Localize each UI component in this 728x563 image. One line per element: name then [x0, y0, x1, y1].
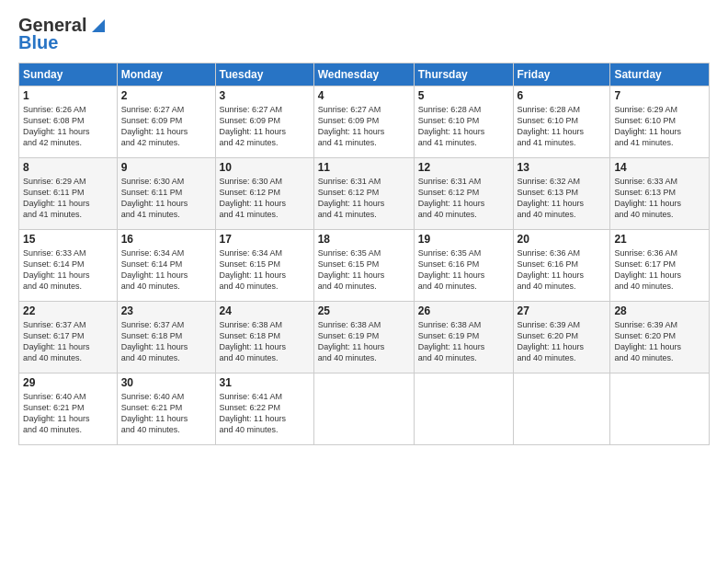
day-number: 13 — [518, 161, 607, 174]
day-info: Sunrise: 6:28 AMSunset: 6:10 PMDaylight:… — [418, 104, 509, 149]
calendar-cell: 24 Sunrise: 6:38 AMSunset: 6:18 PMDaylig… — [215, 302, 313, 373]
calendar-cell: 10 Sunrise: 6:30 AMSunset: 6:12 PMDaylig… — [215, 158, 313, 230]
day-number: 2 — [121, 89, 211, 102]
day-info: Sunrise: 6:32 AMSunset: 6:13 PMDaylight:… — [518, 176, 607, 221]
calendar-cell — [414, 373, 513, 445]
calendar-header-monday: Monday — [117, 63, 215, 86]
calendar-cell: 28 Sunrise: 6:39 AMSunset: 6:20 PMDaylig… — [610, 302, 710, 373]
day-number: 25 — [318, 304, 410, 317]
calendar-cell: 1 Sunrise: 6:26 AMSunset: 6:08 PMDayligh… — [19, 86, 118, 158]
day-number: 9 — [121, 161, 211, 174]
calendar-header-row: SundayMondayTuesdayWednesdayThursdayFrid… — [19, 63, 710, 86]
day-number: 30 — [121, 376, 211, 389]
calendar-cell: 8 Sunrise: 6:29 AMSunset: 6:11 PMDayligh… — [19, 158, 118, 230]
day-number: 12 — [418, 161, 509, 174]
calendar-cell — [313, 373, 414, 445]
calendar-cell: 20 Sunrise: 6:36 AMSunset: 6:16 PMDaylig… — [513, 230, 610, 302]
day-info: Sunrise: 6:36 AMSunset: 6:16 PMDaylight:… — [518, 247, 607, 293]
calendar-week-3: 15 Sunrise: 6:33 AMSunset: 6:14 PMDaylig… — [19, 230, 710, 302]
calendar-cell: 30 Sunrise: 6:40 AMSunset: 6:21 PMDaylig… — [117, 373, 215, 445]
day-info: Sunrise: 6:34 AMSunset: 6:14 PMDaylight:… — [121, 247, 211, 293]
day-info: Sunrise: 6:34 AMSunset: 6:15 PMDaylight:… — [220, 247, 310, 293]
day-number: 3 — [220, 89, 310, 102]
calendar-cell: 26 Sunrise: 6:38 AMSunset: 6:19 PMDaylig… — [414, 302, 513, 373]
calendar-cell: 7 Sunrise: 6:29 AMSunset: 6:10 PMDayligh… — [610, 86, 710, 158]
day-number: 4 — [318, 89, 410, 102]
calendar-cell: 17 Sunrise: 6:34 AMSunset: 6:15 PMDaylig… — [215, 230, 313, 302]
day-number: 10 — [220, 161, 310, 174]
calendar-cell: 29 Sunrise: 6:40 AMSunset: 6:21 PMDaylig… — [19, 373, 118, 445]
day-number: 20 — [518, 233, 607, 246]
logo: General Blue — [18, 15, 105, 53]
calendar-cell — [610, 373, 710, 445]
day-number: 11 — [318, 161, 410, 174]
day-info: Sunrise: 6:30 AMSunset: 6:12 PMDaylight:… — [220, 176, 310, 221]
page: General Blue SundayMondayTuesdayWednesda… — [0, 0, 728, 563]
calendar-header-wednesday: Wednesday — [313, 63, 414, 86]
day-info: Sunrise: 6:38 AMSunset: 6:18 PMDaylight:… — [220, 319, 310, 364]
day-number: 17 — [220, 233, 310, 246]
calendar-cell: 18 Sunrise: 6:35 AMSunset: 6:15 PMDaylig… — [313, 230, 414, 302]
day-info: Sunrise: 6:33 AMSunset: 6:14 PMDaylight:… — [23, 247, 113, 293]
day-number: 27 — [518, 304, 607, 317]
day-number: 28 — [614, 304, 705, 317]
day-number: 7 — [614, 89, 705, 102]
day-info: Sunrise: 6:41 AMSunset: 6:22 PMDaylight:… — [220, 391, 310, 436]
calendar-week-5: 29 Sunrise: 6:40 AMSunset: 6:21 PMDaylig… — [19, 373, 710, 445]
day-number: 24 — [220, 304, 310, 317]
calendar-cell: 4 Sunrise: 6:27 AMSunset: 6:09 PMDayligh… — [313, 86, 414, 158]
calendar-header-friday: Friday — [513, 63, 610, 86]
day-info: Sunrise: 6:29 AMSunset: 6:11 PMDaylight:… — [23, 176, 113, 221]
calendar-cell: 5 Sunrise: 6:28 AMSunset: 6:10 PMDayligh… — [414, 86, 513, 158]
logo-blue: Blue — [18, 32, 58, 53]
day-number: 16 — [121, 233, 211, 246]
day-info: Sunrise: 6:31 AMSunset: 6:12 PMDaylight:… — [418, 176, 509, 221]
day-number: 21 — [614, 233, 705, 246]
day-number: 31 — [220, 376, 310, 389]
day-number: 23 — [121, 304, 211, 317]
header: General Blue — [18, 15, 710, 53]
day-info: Sunrise: 6:31 AMSunset: 6:12 PMDaylight:… — [318, 176, 410, 221]
day-info: Sunrise: 6:35 AMSunset: 6:16 PMDaylight:… — [418, 247, 509, 293]
calendar-cell: 15 Sunrise: 6:33 AMSunset: 6:14 PMDaylig… — [19, 230, 118, 302]
calendar-cell: 9 Sunrise: 6:30 AMSunset: 6:11 PMDayligh… — [117, 158, 215, 230]
calendar-cell: 13 Sunrise: 6:32 AMSunset: 6:13 PMDaylig… — [513, 158, 610, 230]
day-number: 22 — [23, 304, 113, 317]
day-info: Sunrise: 6:39 AMSunset: 6:20 PMDaylight:… — [614, 319, 705, 364]
day-info: Sunrise: 6:35 AMSunset: 6:15 PMDaylight:… — [318, 247, 410, 293]
day-number: 8 — [23, 161, 113, 174]
day-number: 1 — [23, 89, 113, 102]
day-info: Sunrise: 6:29 AMSunset: 6:10 PMDaylight:… — [614, 104, 705, 149]
calendar-cell: 22 Sunrise: 6:37 AMSunset: 6:17 PMDaylig… — [19, 302, 118, 373]
day-info: Sunrise: 6:40 AMSunset: 6:21 PMDaylight:… — [23, 391, 113, 436]
calendar-week-2: 8 Sunrise: 6:29 AMSunset: 6:11 PMDayligh… — [19, 158, 710, 230]
day-number: 15 — [23, 233, 113, 246]
day-number: 14 — [614, 161, 705, 174]
day-info: Sunrise: 6:27 AMSunset: 6:09 PMDaylight:… — [121, 104, 211, 149]
day-info: Sunrise: 6:39 AMSunset: 6:20 PMDaylight:… — [518, 319, 607, 364]
calendar-week-1: 1 Sunrise: 6:26 AMSunset: 6:08 PMDayligh… — [19, 86, 710, 158]
calendar-cell: 27 Sunrise: 6:39 AMSunset: 6:20 PMDaylig… — [513, 302, 610, 373]
day-number: 18 — [318, 233, 410, 246]
calendar-header-thursday: Thursday — [414, 63, 513, 86]
calendar-week-4: 22 Sunrise: 6:37 AMSunset: 6:17 PMDaylig… — [19, 302, 710, 373]
calendar-cell: 3 Sunrise: 6:27 AMSunset: 6:09 PMDayligh… — [215, 86, 313, 158]
day-number: 26 — [418, 304, 509, 317]
calendar-header-sunday: Sunday — [19, 63, 118, 86]
day-info: Sunrise: 6:28 AMSunset: 6:10 PMDaylight:… — [518, 104, 607, 149]
calendar-cell: 25 Sunrise: 6:38 AMSunset: 6:19 PMDaylig… — [313, 302, 414, 373]
day-info: Sunrise: 6:27 AMSunset: 6:09 PMDaylight:… — [318, 104, 410, 149]
calendar-cell: 6 Sunrise: 6:28 AMSunset: 6:10 PMDayligh… — [513, 86, 610, 158]
calendar-cell: 16 Sunrise: 6:34 AMSunset: 6:14 PMDaylig… — [117, 230, 215, 302]
calendar-table: SundayMondayTuesdayWednesdayThursdayFrid… — [18, 63, 710, 445]
day-number: 19 — [418, 233, 509, 246]
calendar-cell: 12 Sunrise: 6:31 AMSunset: 6:12 PMDaylig… — [414, 158, 513, 230]
calendar-cell: 2 Sunrise: 6:27 AMSunset: 6:09 PMDayligh… — [117, 86, 215, 158]
day-info: Sunrise: 6:27 AMSunset: 6:09 PMDaylight:… — [220, 104, 310, 149]
svg-marker-0 — [92, 19, 105, 32]
day-info: Sunrise: 6:37 AMSunset: 6:17 PMDaylight:… — [23, 319, 113, 364]
calendar-cell: 21 Sunrise: 6:36 AMSunset: 6:17 PMDaylig… — [610, 230, 710, 302]
day-info: Sunrise: 6:37 AMSunset: 6:18 PMDaylight:… — [121, 319, 211, 364]
calendar-cell — [513, 373, 610, 445]
calendar-header-saturday: Saturday — [610, 63, 710, 86]
